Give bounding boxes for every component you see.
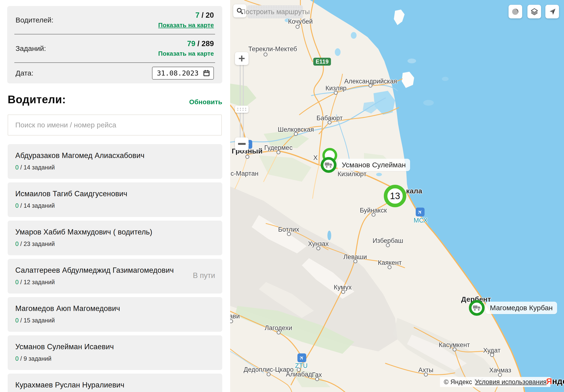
driver-list: Абдуразаков Магомед Алиасхабович0 / 14 з… [8, 144, 222, 392]
driver-card[interactable]: Усманов Сулейман Исаевич0 / 9 заданий [8, 335, 222, 370]
terms-of-use-link[interactable]: Условия использования [475, 378, 547, 386]
city-dot [369, 84, 372, 88]
panorama-button[interactable] [509, 5, 522, 18]
truck-icon [325, 162, 333, 168]
driver-card[interactable]: Курахмаев Руслан Нуралиевич0 / 12 задани… [8, 374, 222, 392]
zoom-in-button[interactable]: + [235, 52, 248, 65]
panorama-icon [512, 8, 519, 15]
stats-row-date: Дата: 31.08.2023 [7, 63, 222, 84]
city-dot [388, 265, 392, 269]
city-dot [453, 348, 457, 352]
show-tasks-on-map-link[interactable]: Показать на карте [158, 50, 214, 57]
driver-marker[interactable] [321, 157, 336, 173]
driver-task-count: 0 / 9 заданий [15, 355, 215, 362]
page-title: Водители: [8, 93, 66, 106]
drivers-count-label: Водителей: [15, 16, 54, 24]
driver-name: Умаров Хабиб Махмудович ( водитель) [15, 221, 215, 236]
driver-card[interactable]: Салатгереев Абдулмеджид Газимагомедович0… [8, 259, 222, 294]
cluster-marker[interactable]: 13 [384, 185, 406, 207]
map-attribution: © Яндекс Условия использования [440, 377, 550, 387]
city-label: с-Мартан [231, 170, 259, 177]
driver-task-count: 0 / 14 заданий [15, 202, 215, 209]
stats-row-drivers: Водителей: 7 / 20 Показать на карте [7, 6, 222, 34]
drag-dots-icon [237, 108, 246, 111]
airport-icon: ✈ [298, 353, 306, 362]
city-label: Кочубей [288, 18, 313, 25]
yandex-logo[interactable]: Яндекс [546, 377, 564, 386]
city-dot [277, 331, 281, 335]
layers-button[interactable] [527, 5, 541, 18]
city-label: ави [230, 313, 240, 320]
driver-card[interactable]: Умаров Хабиб Махмудович ( водитель)0 / 2… [8, 221, 222, 255]
drivers-list-header: Водители: Обновить [8, 93, 222, 106]
city-dot [341, 290, 345, 294]
driver-task-count: 0 / 15 заданий [15, 317, 215, 324]
show-drivers-on-map-link[interactable]: Показать на карте [158, 22, 214, 29]
driver-name: Усманов Сулейман Исаевич [15, 335, 215, 351]
city-dot [287, 232, 291, 236]
map-canvas[interactable]: КочубейТерекли-МектебКизлярАлександрийск… [230, 0, 564, 392]
city-dot [294, 132, 298, 136]
driver-name: Курахмаев Руслан Нуралиевич [15, 374, 215, 389]
road-number-badge: E119 [313, 58, 331, 66]
date-input[interactable]: 31.08.2023 [152, 67, 214, 80]
search-input[interactable] [8, 114, 222, 136]
city-dot [498, 373, 502, 377]
driver-name: Салатгереев Абдулмеджид Газимагомедович [15, 259, 215, 275]
layers-icon [530, 8, 538, 16]
refresh-button[interactable]: Обновить [189, 98, 222, 106]
calendar-icon [203, 70, 210, 77]
driver-marker-label[interactable]: Усманов Сулейман [337, 159, 410, 171]
city-dot [316, 246, 320, 251]
driver-card[interactable]: Абдуразаков Магомед Алиасхабович0 / 14 з… [8, 144, 222, 179]
driver-task-count: 0 / 23 заданий [15, 240, 215, 247]
date-label: Дата: [15, 69, 33, 77]
plus-icon: + [238, 53, 245, 64]
city-dot [490, 353, 494, 357]
city-dot [267, 372, 271, 377]
zoom-slider-handle[interactable] [235, 106, 248, 113]
city-dot [276, 150, 281, 154]
zoom-slider-track[interactable] [235, 65, 248, 138]
zoom-out-button[interactable] [235, 138, 248, 150]
city-dot [354, 259, 358, 263]
build-routes-button[interactable]: Построить маршруты [247, 5, 303, 18]
minus-icon [238, 143, 246, 145]
city-dot [246, 155, 249, 159]
driver-card[interactable]: Магомедов Аюп Магомедович0 / 15 заданий [8, 297, 222, 332]
driver-card[interactable]: Исмаилов Тагиб Саидгусенович0 / 14 задан… [8, 182, 222, 217]
city-label: Х [313, 154, 318, 162]
sidebar: Водителей: 7 / 20 Показать на карте Зада… [0, 0, 230, 392]
driver-task-count: 0 / 14 заданий [15, 164, 215, 171]
driver-status-badge: В пути [193, 271, 215, 280]
city-label: Терекли-Мектеб [248, 45, 297, 53]
stats-panel: Водителей: 7 / 20 Показать на карте Зада… [7, 6, 222, 84]
cluster-count: 13 [390, 191, 400, 201]
drivers-count-value: 7 / 20 [158, 11, 214, 20]
city-dot [334, 91, 338, 95]
driver-name: Абдуразаков Магомед Алиасхабович [15, 144, 215, 160]
geolocation-button[interactable] [545, 5, 559, 18]
airport-code-label: ZTU [295, 362, 308, 370]
city-label: кала [406, 187, 422, 195]
city-dot [386, 243, 390, 247]
driver-name: Магомедов Аюп Магомедович [15, 297, 215, 313]
driver-name: Исмаилов Тагиб Саидгусенович [15, 182, 215, 198]
city-dot [264, 53, 268, 57]
truck-icon [473, 305, 481, 311]
geolocation-arrow-icon [548, 8, 556, 16]
driver-task-count: 0 / 12 заданий [15, 279, 215, 286]
city-dot [328, 120, 332, 125]
driver-marker-label[interactable]: Магомедов Курбан [486, 302, 557, 314]
city-dot [315, 377, 319, 381]
copyright-text: © Яндекс [444, 378, 472, 386]
date-value: 31.08.2023 [157, 69, 199, 77]
tasks-count-label: Заданий: [15, 44, 46, 53]
airport-icon: ✈ [416, 208, 425, 217]
city-dot [424, 373, 428, 377]
airport-code-label: МСХ [414, 217, 427, 224]
city-dot [371, 213, 376, 217]
stats-row-tasks: Заданий: 79 / 289 Показать на карте [7, 34, 222, 62]
driver-marker[interactable] [469, 300, 485, 316]
city-dot [296, 25, 300, 29]
